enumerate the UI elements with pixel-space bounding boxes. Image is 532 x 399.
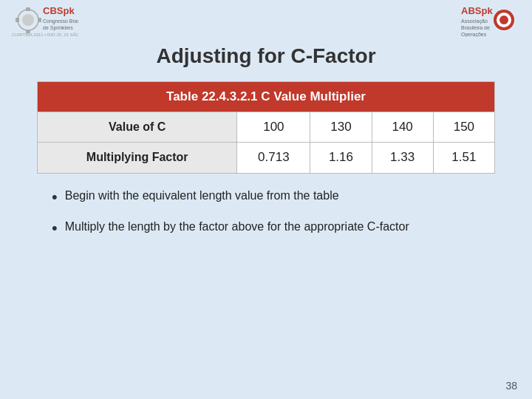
bullet-dot-0: • (52, 185, 58, 209)
svg-rect-5 (38, 18, 41, 22)
svg-rect-2 (26, 7, 30, 11)
svg-point-12 (499, 16, 508, 24)
svg-point-1 (22, 14, 34, 26)
table-row-value-of-c: Value of C 100 130 140 150 (38, 112, 495, 143)
content-area: Table 22.4.3.2.1 C Value Multiplier Valu… (0, 81, 532, 240)
c-value-table: Table 22.4.3.2.1 C Value Multiplier Valu… (37, 81, 495, 174)
bullet-item-1: • Multiply the length by the factor abov… (52, 218, 480, 240)
cell-100: 100 (237, 112, 310, 143)
page-title: Adjusting for C-Factor (0, 44, 532, 68)
cell-150: 150 (433, 112, 494, 143)
cell-140: 140 (372, 112, 433, 143)
bullet-text-1: Multiply the length by the factor above … (65, 218, 409, 235)
cell-0713: 0.713 (237, 143, 310, 174)
row-header-0: Value of C (38, 112, 237, 143)
page-number: 38 (505, 380, 517, 392)
logo-left: CBSpk Congresso Brasileiro de Sprinklers… (12, 4, 78, 37)
svg-text:ABSpk: ABSpk (461, 5, 493, 16)
svg-rect-4 (16, 18, 19, 22)
cell-116: 1.16 (310, 143, 372, 174)
bullet-dot-1: • (52, 216, 58, 240)
table-title: Table 22.4.3.2.1 C Value Multiplier (38, 82, 495, 112)
top-bar: CBSpk Congresso Brasileiro de Sprinklers… (0, 0, 532, 41)
svg-text:CBSpk: CBSpk (43, 5, 75, 16)
svg-text:CURITIBA 2011 • RIO 20, 21 SÃO: CURITIBA 2011 • RIO 20, 21 SÃO 40 (12, 33, 78, 37)
cell-133: 1.33 (372, 143, 433, 174)
svg-text:Operações: Operações (461, 32, 487, 37)
row-header-1: Multiplying Factor (38, 143, 237, 174)
bullet-text-0: Begin with the equivalent length value f… (65, 187, 339, 204)
logo-right: ABSpk Associação Brasileira de Operações (461, 4, 520, 37)
cell-130: 130 (310, 112, 372, 143)
svg-text:Congresso Brasileiro: Congresso Brasileiro (43, 18, 78, 24)
svg-text:Brasileira de: Brasileira de (461, 25, 490, 30)
bullet-item-0: • Begin with the equivalent length value… (52, 187, 480, 209)
bullet-list: • Begin with the equivalent length value… (37, 187, 495, 240)
table-row-multiplying-factor: Multiplying Factor 0.713 1.16 1.33 1.51 (38, 143, 495, 174)
cell-151: 1.51 (433, 143, 494, 174)
svg-text:Associação: Associação (461, 18, 488, 24)
svg-text:de Sprinklers: de Sprinklers (43, 25, 73, 31)
